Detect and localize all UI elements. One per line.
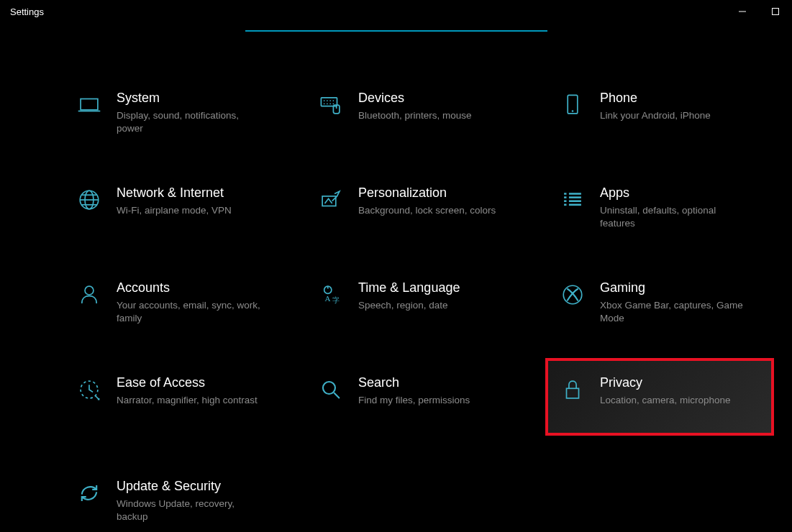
apps-icon <box>558 185 587 214</box>
category-title: Search <box>358 375 470 391</box>
category-desc: Location, camera, microphone <box>600 394 731 407</box>
category-desc: Wi-Fi, airplane mode, VPN <box>117 204 232 217</box>
ease-icon <box>75 375 104 404</box>
category-desc: Xbox Game Bar, captures, Game Mode <box>600 299 744 325</box>
minimize-button[interactable] <box>726 0 759 23</box>
category-desc: Link your Android, iPhone <box>600 109 711 122</box>
category-gaming[interactable]: GamingXbox Game Bar, captures, Game Mode <box>555 276 771 329</box>
category-phone[interactable]: PhoneLink your Android, iPhone <box>555 86 771 139</box>
category-ease[interactable]: Ease of AccessNarrator, magnifier, high … <box>72 371 288 433</box>
window-title: Settings <box>10 6 44 17</box>
category-privacy[interactable]: PrivacyLocation, camera, microphone <box>548 361 771 433</box>
keyboard-icon <box>317 91 345 119</box>
category-desc: Bluetooth, printers, mouse <box>358 109 472 122</box>
category-title: Personalization <box>358 185 496 201</box>
category-title: Devices <box>358 91 472 106</box>
category-update[interactable]: Update & SecurityWindows Update, recover… <box>72 474 288 528</box>
category-title: Network & Internet <box>117 185 232 201</box>
lock-icon <box>558 375 587 404</box>
settings-grid: SystemDisplay, sound, notifications, pow… <box>72 86 720 528</box>
category-title: Time & Language <box>358 280 460 296</box>
xbox-icon <box>558 280 587 309</box>
category-title: Phone <box>600 91 711 106</box>
category-accounts[interactable]: AccountsYour accounts, email, sync, work… <box>72 276 288 329</box>
laptop-icon <box>75 91 104 119</box>
category-search[interactable]: SearchFind my files, permissions <box>314 371 529 433</box>
category-desc: Narrator, magnifier, high contrast <box>117 394 258 407</box>
category-devices[interactable]: DevicesBluetooth, printers, mouse <box>314 86 529 139</box>
category-title: Accounts <box>117 280 260 296</box>
category-title: Update & Security <box>117 479 260 495</box>
category-desc: Uninstall, defaults, optional features <box>600 204 744 230</box>
category-system[interactable]: SystemDisplay, sound, notifications, pow… <box>72 86 288 139</box>
category-title: Privacy <box>600 375 731 391</box>
titlebar: Settings <box>0 0 792 23</box>
category-title: Gaming <box>600 280 744 296</box>
update-icon <box>75 479 104 508</box>
globe-icon <box>75 185 104 214</box>
category-desc: Background, lock screen, colors <box>358 204 496 217</box>
maximize-button[interactable] <box>759 0 792 23</box>
svg-rect-40 <box>773 9 779 15</box>
paint-icon <box>317 185 345 214</box>
category-title: System <box>117 91 260 106</box>
category-time[interactable]: Time & LanguageSpeech, region, date <box>314 276 529 329</box>
category-desc: Display, sound, notifications, power <box>117 109 260 135</box>
category-desc: Speech, region, date <box>358 299 460 312</box>
category-desc: Find my files, permissions <box>358 394 470 407</box>
search-icon <box>317 375 345 404</box>
category-title: Apps <box>600 185 744 201</box>
window-controls <box>726 0 792 23</box>
phone-icon <box>558 91 587 119</box>
category-desc: Windows Update, recovery, backup <box>117 497 260 523</box>
category-network[interactable]: Network & InternetWi-Fi, airplane mode, … <box>72 181 288 234</box>
person-icon <box>75 280 104 309</box>
category-personalization[interactable]: PersonalizationBackground, lock screen, … <box>314 181 529 234</box>
category-desc: Your accounts, email, sync, work, family <box>117 299 260 325</box>
language-icon <box>317 280 345 309</box>
category-apps[interactable]: AppsUninstall, defaults, optional featur… <box>555 181 771 234</box>
category-title: Ease of Access <box>117 375 258 391</box>
